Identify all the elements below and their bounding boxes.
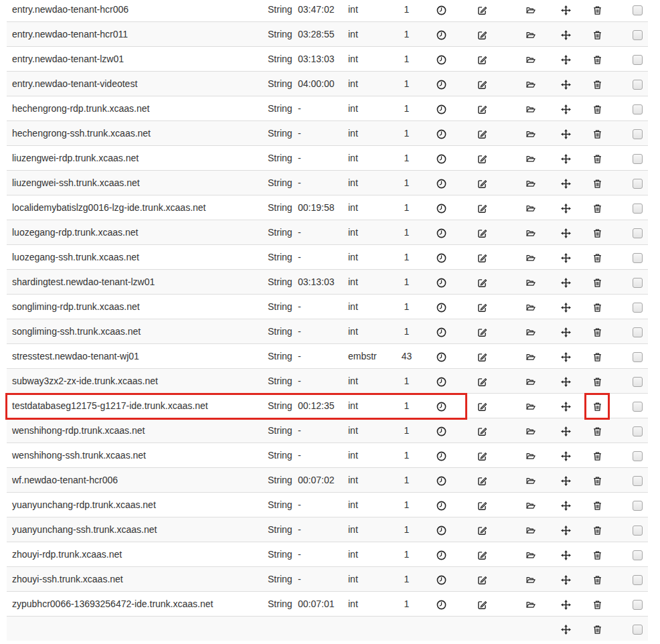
trash-icon[interactable] [592,204,602,214]
folder-open-icon[interactable] [525,526,536,535]
clock-icon[interactable] [436,55,446,65]
row-checkbox[interactable] [633,104,643,114]
trash-icon[interactable] [592,600,602,610]
edit-icon[interactable] [477,30,487,40]
trash-icon[interactable] [592,327,602,337]
clock-icon[interactable] [436,377,446,387]
move-arrows-icon[interactable] [561,55,571,65]
folder-open-icon[interactable] [525,204,536,213]
row-checkbox[interactable] [633,253,643,263]
move-arrows-icon[interactable] [561,501,571,511]
trash-icon[interactable] [592,55,602,65]
edit-icon[interactable] [477,476,487,486]
clock-icon[interactable] [436,476,446,486]
trash-icon[interactable] [592,104,602,114]
row-checkbox[interactable] [633,278,643,288]
row-checkbox[interactable] [633,55,643,65]
folder-open-icon[interactable] [525,55,536,64]
edit-icon[interactable] [477,526,487,536]
clock-icon[interactable] [436,204,446,214]
edit-icon[interactable] [477,154,487,164]
move-arrows-icon[interactable] [561,228,571,238]
row-checkbox[interactable] [633,303,643,313]
clock-icon[interactable] [436,154,446,164]
clock-icon[interactable] [436,501,446,511]
edit-icon[interactable] [477,303,487,313]
row-checkbox[interactable] [633,575,643,585]
trash-icon[interactable] [592,625,602,635]
trash-icon[interactable] [592,575,602,585]
folder-open-icon[interactable] [525,451,536,461]
trash-icon[interactable] [592,352,602,362]
folder-open-icon[interactable] [525,104,536,114]
row-checkbox[interactable] [633,352,643,362]
move-arrows-icon[interactable] [561,253,571,263]
clock-icon[interactable] [436,30,446,40]
clock-icon[interactable] [436,526,446,536]
clock-icon[interactable] [436,600,446,610]
folder-open-icon[interactable] [525,402,536,411]
folder-open-icon[interactable] [525,228,536,238]
trash-icon[interactable] [592,476,602,486]
clock-icon[interactable] [436,129,446,139]
folder-open-icon[interactable] [525,377,536,386]
row-checkbox[interactable] [633,426,643,436]
clock-icon[interactable] [436,426,446,436]
move-arrows-icon[interactable] [561,327,571,337]
row-checkbox[interactable] [633,402,643,412]
edit-icon[interactable] [477,377,487,387]
row-checkbox[interactable] [633,5,643,15]
folder-open-icon[interactable] [525,129,536,139]
edit-icon[interactable] [477,352,487,362]
row-checkbox[interactable] [633,179,643,189]
folder-open-icon[interactable] [525,278,536,287]
move-arrows-icon[interactable] [561,154,571,164]
clock-icon[interactable] [436,451,446,461]
move-arrows-icon[interactable] [561,402,571,412]
move-arrows-icon[interactable] [561,278,571,288]
clock-icon[interactable] [436,228,446,238]
clock-icon[interactable] [436,5,446,15]
row-checkbox[interactable] [633,129,643,139]
move-arrows-icon[interactable] [561,451,571,461]
trash-icon[interactable] [592,253,602,263]
edit-icon[interactable] [477,451,487,461]
clock-icon[interactable] [436,402,446,412]
move-arrows-icon[interactable] [561,550,571,560]
row-checkbox[interactable] [633,327,643,337]
trash-icon[interactable] [592,154,602,164]
move-arrows-icon[interactable] [561,129,571,139]
clock-icon[interactable] [436,179,446,189]
edit-icon[interactable] [477,129,487,139]
folder-open-icon[interactable] [525,550,536,560]
edit-icon[interactable] [477,278,487,288]
row-checkbox[interactable] [633,204,643,214]
folder-open-icon[interactable] [525,352,536,361]
folder-open-icon[interactable] [525,600,536,609]
edit-icon[interactable] [477,501,487,511]
trash-icon[interactable] [592,402,602,412]
move-arrows-icon[interactable] [561,476,571,486]
trash-icon[interactable] [592,30,602,40]
move-arrows-icon[interactable] [561,352,571,362]
move-arrows-icon[interactable] [561,80,571,90]
clock-icon[interactable] [436,278,446,288]
clock-icon[interactable] [436,80,446,90]
clock-icon[interactable] [436,352,446,362]
edit-icon[interactable] [477,55,487,65]
trash-icon[interactable] [592,129,602,139]
folder-open-icon[interactable] [525,5,536,15]
row-checkbox[interactable] [633,80,643,90]
folder-open-icon[interactable] [525,253,536,262]
row-checkbox[interactable] [633,451,643,461]
trash-icon[interactable] [592,5,602,15]
edit-icon[interactable] [477,426,487,436]
edit-icon[interactable] [477,402,487,412]
row-checkbox[interactable] [633,550,643,560]
row-checkbox[interactable] [633,625,643,635]
folder-open-icon[interactable] [525,501,536,510]
folder-open-icon[interactable] [525,327,536,337]
move-arrows-icon[interactable] [561,104,571,114]
folder-open-icon[interactable] [525,30,536,39]
folder-open-icon[interactable] [525,154,536,163]
